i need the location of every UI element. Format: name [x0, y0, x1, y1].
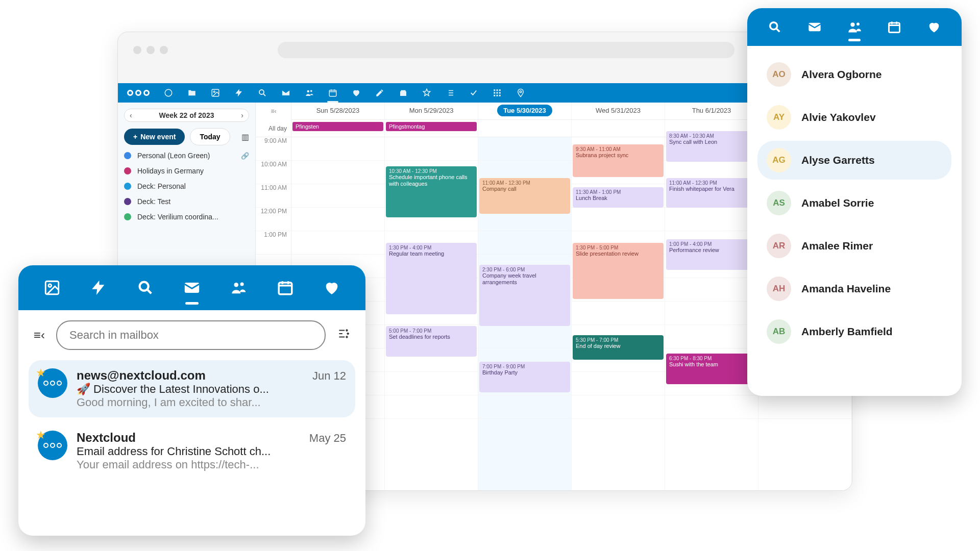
favorites-icon[interactable] [927, 20, 941, 34]
mail-icon[interactable] [183, 279, 201, 296]
favorites-icon[interactable] [352, 88, 361, 97]
share-icon[interactable]: 🔗 [241, 152, 249, 160]
favorites-icon[interactable] [323, 279, 340, 296]
view-toggle-icon[interactable]: ▥ [241, 132, 249, 142]
day-column[interactable]: 9:30 AM - 11:00 AMSubrana project sync11… [572, 137, 665, 490]
calendar-list-item[interactable]: Deck: Verilium coordina... [124, 213, 249, 221]
calendar-color-dot [124, 183, 131, 190]
calendar-list-item[interactable]: Personal (Leon Green)🔗 [124, 152, 249, 160]
contact-item[interactable]: AGAlyse Garretts [757, 141, 951, 180]
calendar-event[interactable]: 6:30 PM - 8:30 PMSushi with the team [666, 354, 757, 384]
svg-rect-10 [497, 89, 498, 91]
list-icon[interactable] [446, 88, 455, 97]
grid-icon[interactable] [493, 88, 502, 97]
allday-cell[interactable] [572, 120, 665, 137]
calendar-event[interactable]: 8:30 AM - 10:30 AMSync call with Leon [666, 131, 757, 162]
photos-icon[interactable] [211, 88, 220, 97]
calendar-icon[interactable] [328, 88, 337, 97]
star-icon[interactable]: ★ [36, 429, 46, 442]
day-column[interactable]: 11:00 AM - 12:30 PMCompany call2:30 PM -… [478, 137, 572, 490]
photos-icon[interactable] [43, 279, 61, 296]
contacts-toolbar [747, 8, 962, 46]
check-icon[interactable] [469, 88, 478, 97]
contact-item[interactable]: AHAmanda Haveline [757, 269, 951, 308]
dashboard-icon[interactable] [164, 88, 173, 97]
contact-item[interactable]: AYAlvie Yakovlev [757, 98, 951, 137]
contacts-icon[interactable] [847, 20, 862, 34]
calendar-event[interactable]: 10:30 AM - 12:30 PMSchedule important ph… [386, 166, 477, 217]
event-title: Sushi with the team [669, 361, 718, 367]
calendar-event[interactable]: 5:00 PM - 7:00 PMSet deadlines for repor… [386, 326, 477, 357]
day-header: Tue 5/30/2023 [478, 103, 572, 119]
calendar-name: Deck: Verilium coordina... [137, 213, 218, 221]
event-title: Birthday Party [482, 369, 518, 375]
calendar-event[interactable]: 5:30 PM - 7:00 PMEnd of day review [573, 335, 664, 360]
settings-icon[interactable] [337, 327, 350, 343]
calendar-event[interactable]: 9:30 AM - 11:00 AMSubrana project sync [573, 144, 664, 177]
mail-icon[interactable] [807, 20, 822, 34]
files-icon[interactable] [187, 88, 197, 97]
today-button[interactable]: Today [190, 128, 230, 145]
edit-icon[interactable] [375, 88, 384, 97]
prev-week-icon[interactable]: ‹ [130, 111, 132, 119]
collapse-sidebar-icon[interactable]: ≡‹ [256, 103, 291, 120]
star-icon[interactable]: ★ [36, 366, 46, 380]
calendar-event[interactable]: 1:30 PM - 4:00 PMRegular team meeting [386, 243, 477, 314]
contact-item[interactable]: ARAmalee Rimer [757, 227, 951, 265]
url-bar[interactable] [278, 42, 734, 58]
calendar-event[interactable]: 2:30 PM - 6:00 PMCompany week travel arr… [479, 265, 570, 326]
collapse-icon[interactable]: ≡‹ [34, 328, 45, 342]
contact-avatar: AY [767, 105, 791, 130]
nextcloud-logo-icon[interactable] [127, 90, 150, 96]
activity-icon[interactable] [234, 88, 243, 97]
calendar-list-item[interactable]: Holidays in Germany [124, 167, 249, 175]
allday-cell[interactable]: Pfingstmontag [385, 120, 478, 137]
mail-from: news@nextcloud.com [77, 368, 206, 383]
svg-point-5 [310, 90, 312, 92]
calendar-list-item[interactable]: Deck: Personal [124, 182, 249, 190]
mail-avatar: ★ [38, 368, 67, 398]
day-header: Wed 5/31/2023 [572, 103, 665, 119]
next-week-icon[interactable]: › [241, 111, 243, 119]
calendar-icon[interactable] [277, 279, 294, 296]
contact-item[interactable]: ABAmberly Bamfield [757, 312, 951, 351]
calendar-event[interactable]: 11:00 AM - 12:30 PMCompany call [479, 178, 570, 214]
calendar-event[interactable]: 7:00 PM - 9:00 PMBirthday Party [479, 362, 570, 392]
star-icon[interactable] [422, 88, 431, 97]
search-icon[interactable] [768, 20, 782, 34]
calendar-event[interactable]: 1:30 PM - 5:00 PMSlide presentation revi… [573, 243, 664, 299]
contact-item[interactable]: AOAlvera Ogborne [757, 55, 951, 94]
calendar-icon[interactable] [887, 20, 901, 34]
activity-icon[interactable] [90, 279, 107, 296]
allday-event[interactable]: Pfingstmontag [386, 122, 477, 131]
day-column[interactable]: 10:30 AM - 12:30 PMSchedule important ph… [385, 137, 478, 490]
calendar-event[interactable]: 1:00 PM - 4:00 PMPerformance review [666, 239, 757, 270]
svg-rect-14 [499, 92, 501, 94]
contacts-icon[interactable] [305, 88, 314, 97]
mail-icon[interactable] [281, 88, 290, 97]
calendar-name: Holidays in Germany [137, 167, 204, 175]
new-event-button[interactable]: +New event [124, 129, 185, 145]
mail-item[interactable]: ★ news@nextcloud.comJun 12 🚀 Discover th… [29, 360, 355, 417]
allday-cell[interactable] [478, 120, 572, 137]
svg-point-0 [165, 89, 172, 96]
window-min-dot[interactable] [146, 46, 155, 54]
mail-search-input[interactable] [56, 320, 326, 350]
contacts-icon[interactable] [230, 279, 247, 296]
search-icon[interactable] [137, 279, 154, 296]
allday-cell[interactable]: Pfingsten [291, 120, 385, 137]
mail-item[interactable]: ★ NextcloudMay 25 Email address for Chri… [29, 422, 355, 480]
day-column[interactable]: 8:30 AM - 10:30 AMSync call with Leon11:… [665, 137, 758, 490]
calendar-list-item[interactable]: Deck: Test [124, 197, 249, 206]
contact-item[interactable]: ASAmabel Sorrie [757, 184, 951, 222]
calendar-event[interactable]: 11:00 AM - 12:30 PMFinish whitepaper for… [666, 178, 757, 208]
event-time: 11:30 AM - 1:00 PM [576, 189, 660, 195]
calendar-event[interactable]: 11:30 AM - 1:00 PMLunch Break [573, 187, 664, 208]
location-icon[interactable] [516, 88, 525, 97]
deck-icon[interactable] [399, 88, 408, 97]
window-close-dot[interactable] [133, 46, 141, 54]
contact-avatar: AO [767, 62, 791, 87]
allday-event[interactable]: Pfingsten [292, 122, 383, 131]
window-max-dot[interactable] [160, 46, 168, 54]
search-icon[interactable] [258, 88, 267, 97]
